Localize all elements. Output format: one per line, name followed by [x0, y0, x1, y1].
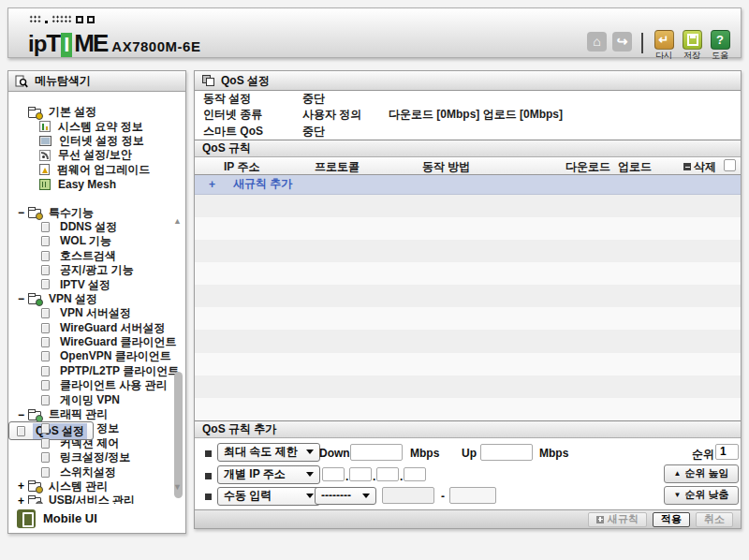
- brand-t: T: [46, 29, 59, 58]
- sidebar-item-label: Easy Mesh: [55, 178, 119, 191]
- page-icon: [41, 423, 50, 434]
- chevron-down-icon: [362, 494, 370, 498]
- empty-rules-area: [195, 195, 741, 420]
- scroll-down-icon[interactable]: ▼: [173, 482, 182, 492]
- scrollbar-thumb[interactable]: [174, 372, 183, 498]
- page-icon: [41, 467, 50, 478]
- sidebar-item-wol[interactable]: WOL 기능: [8, 234, 185, 248]
- page-icon: [41, 265, 50, 275]
- sidebar-header: 메뉴탐색기: [8, 71, 185, 92]
- scroll-up-icon[interactable]: ▲: [173, 216, 182, 226]
- page-icon: [41, 236, 50, 246]
- cancel-label: 취소: [704, 512, 725, 526]
- sidebar-item-internet-info[interactable]: 인터넷 설정 정보: [8, 134, 185, 148]
- sidebar-item-host-search[interactable]: 호스트검색: [8, 249, 185, 263]
- add-rule-form: 최대 속도 제한 Down Mbps Up Mbps 순위 개별 IP 주소 .…: [195, 438, 741, 510]
- col-protocol: 프로토콜: [315, 159, 360, 175]
- home-icon[interactable]: ⌂: [587, 32, 607, 52]
- sidebar-item-openvpn-client[interactable]: OpenVPN 클라이언트: [8, 349, 185, 363]
- expand-icon[interactable]: +: [18, 494, 28, 504]
- col-ip: IP 주소: [224, 159, 259, 175]
- priority-input[interactable]: [715, 444, 739, 460]
- priority-down-button[interactable]: ▼ 순위 낮춤: [664, 486, 739, 505]
- sidebar-item-wireguard-client[interactable]: WireGuard 클라이언트: [8, 335, 185, 349]
- priority-up-button[interactable]: ▲ 순위 높임: [664, 464, 739, 483]
- priority-down-label: 순위 낮춤: [684, 488, 728, 502]
- cascade-windows-icon: [202, 75, 214, 86]
- page-icon: [41, 351, 50, 361]
- ip-octet-4-input[interactable]: [404, 467, 426, 481]
- folder-traffic-icon: [28, 411, 41, 420]
- refresh-icon[interactable]: ↵: [654, 30, 674, 50]
- select-all-checkbox[interactable]: [724, 159, 736, 171]
- sidebar-item-vpn-settings[interactable]: − VPN 설정: [8, 292, 185, 306]
- logo-dots-icon: [29, 14, 41, 23]
- ip-type-select[interactable]: 개별 IP 주소: [217, 465, 320, 484]
- port-entry-select[interactable]: 수동 입력: [217, 487, 320, 506]
- sidebar-item-pptp-l2tp-client[interactable]: PPTP/L2TP 클라이언트: [8, 364, 185, 378]
- empty-row: [195, 353, 741, 376]
- sidebar-item-traffic-management[interactable]: − 트래픽 관리: [8, 407, 185, 421]
- new-rule-button[interactable]: 새규칙: [588, 512, 647, 527]
- model-name: AX7800M-6E: [111, 38, 200, 54]
- sidebar-item-usb-service[interactable]: + USB/서비스 관리: [8, 494, 185, 504]
- add-new-rule-row[interactable]: + 새규칙 추가: [195, 175, 741, 195]
- folder-vpn-icon: [28, 295, 41, 304]
- down-speed-input[interactable]: [350, 444, 403, 461]
- sidebar-item-switch-settings[interactable]: 스위치설정: [8, 464, 185, 479]
- expand-icon[interactable]: +: [18, 479, 28, 493]
- sidebar-item-link-settings[interactable]: 링크설정/정보: [8, 450, 185, 464]
- collapse-icon[interactable]: −: [18, 408, 28, 421]
- sidebar-item-special-functions[interactable]: − 특수기능: [8, 205, 185, 219]
- menu-sidebar: 메뉴탐색기 기본 설정 시스템 요약 정보 인터넷 설정 정보 무선 설정/보안: [7, 70, 186, 534]
- refresh-button[interactable]: ↵ 다시: [653, 30, 675, 62]
- apply-button[interactable]: 적용: [653, 512, 690, 527]
- page-icon: [41, 380, 50, 391]
- port-start-input[interactable]: [382, 487, 434, 504]
- save-button[interactable]: 저장: [681, 30, 703, 62]
- cancel-button[interactable]: 취소: [696, 512, 733, 527]
- sidebar-item-vpn-server[interactable]: VPN 서버설정: [8, 306, 185, 320]
- priority-up-label: 순위 높임: [684, 466, 728, 480]
- router-admin-screen: ipTIME AX7800M-6E ⌂ ↪ ↵ 다시 저장 ? 도움: [0, 0, 749, 560]
- collapse-icon[interactable]: −: [18, 292, 28, 305]
- mobile-ui-label: Mobile UI: [43, 511, 97, 525]
- brand-logo: ipTIME AX7800M-6E: [28, 29, 200, 58]
- sidebar-item-wireless-security[interactable]: 무선 설정/보안: [8, 148, 185, 162]
- sidebar-item-notice-ad[interactable]: 공지/광고 기능: [8, 263, 185, 277]
- ip-octet-2-input[interactable]: [349, 467, 372, 481]
- section-title: QoS 규칙 추가: [202, 421, 276, 437]
- help-icon[interactable]: ?: [711, 30, 730, 50]
- logout-icon[interactable]: ↪: [612, 32, 632, 52]
- mobile-ui-link[interactable]: Mobile UI: [8, 504, 185, 533]
- ip-octet-3-input[interactable]: [376, 467, 399, 481]
- ip-octet-1-input[interactable]: [322, 467, 345, 481]
- sidebar-item-system-management[interactable]: + 시스템 관리: [8, 479, 185, 494]
- info-row-smart-qos: 스마트 QoS 중단: [195, 124, 741, 140]
- collapse-icon[interactable]: −: [18, 206, 28, 219]
- chevron-down-icon: [306, 449, 314, 454]
- sidebar-item-ddns[interactable]: DDNS 설정: [8, 220, 185, 234]
- sidebar-item-qos-settings[interactable]: QoS 설정: [8, 421, 94, 440]
- help-button[interactable]: ? 도움: [709, 30, 731, 62]
- protocol-select[interactable]: --------: [315, 487, 376, 505]
- port-end-input[interactable]: [449, 487, 496, 504]
- sidebar-item-wireguard-server[interactable]: WireGuard 서버설정: [8, 320, 185, 334]
- info-label: 스마트 QoS: [195, 124, 302, 140]
- sidebar-item-basic-settings[interactable]: 기본 설정: [8, 105, 185, 119]
- delete-label: 삭제: [694, 159, 716, 175]
- delete-icon: [683, 163, 691, 170]
- sidebar-item-easy-mesh[interactable]: Easy Mesh: [8, 177, 185, 191]
- sidebar-item-firmware-upgrade[interactable]: 펌웨어 업그레이드: [8, 163, 185, 177]
- sidebar-item-system-summary[interactable]: 시스템 요약 정보: [8, 119, 185, 133]
- sidebar-item-gaming-vpn[interactable]: 게이밍 VPN: [8, 392, 185, 406]
- save-floppy-icon[interactable]: [683, 30, 702, 50]
- up-speed-input[interactable]: [480, 444, 533, 461]
- sidebar-item-client-usage[interactable]: 클라이언트 사용 관리: [8, 378, 185, 392]
- col-delete: 삭제: [683, 159, 716, 175]
- section-title: QoS 규칙: [202, 140, 251, 156]
- sidebar-item-iptv[interactable]: IPTV 설정: [8, 277, 185, 291]
- select-value: 개별 IP 주소: [224, 466, 286, 482]
- speed-limit-select[interactable]: 최대 속도 제한: [217, 443, 320, 462]
- triangle-down-icon: ▼: [674, 491, 682, 499]
